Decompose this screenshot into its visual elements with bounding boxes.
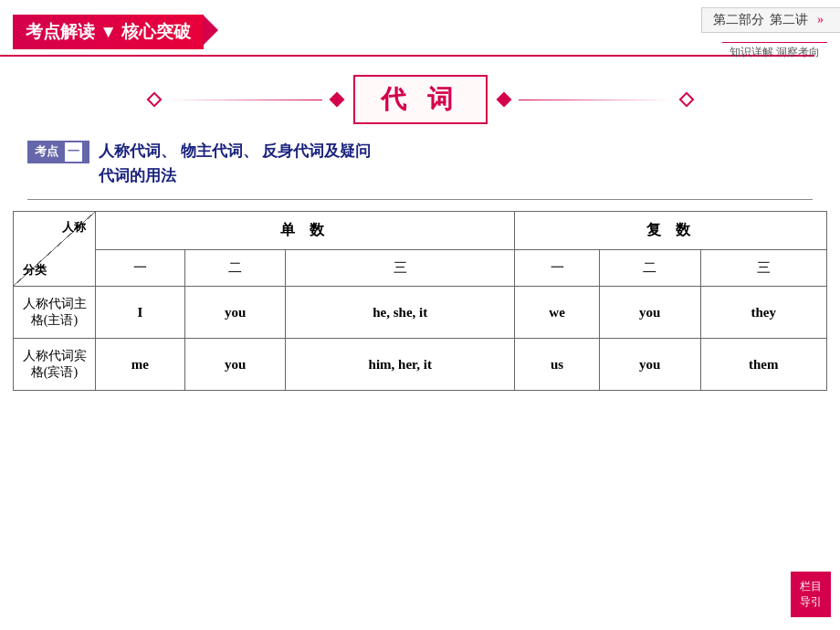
- cell-us: us: [515, 339, 600, 391]
- header-bar: 考点解读 ▼ 核心突破: [13, 15, 204, 49]
- cell-you-s: you: [184, 287, 286, 339]
- sub-header-two: 二: [184, 250, 286, 287]
- cell-you-obj-p: you: [599, 339, 700, 391]
- header-section: 考点解读 ▼ 核心突破 知识详解 洞察考向: [0, 0, 840, 57]
- table-row: 人称代词主 格(主语) I you he, she, it we you the…: [14, 287, 827, 339]
- kaodian-badge: 考点 一: [27, 141, 89, 163]
- cell-you-obj-s: you: [184, 339, 286, 391]
- sub-header-three: 三: [286, 250, 515, 287]
- cell-I: I: [96, 287, 185, 339]
- cell-he-she-it: he, she, it: [286, 287, 515, 339]
- deco-diamond-outline-right: [678, 92, 694, 108]
- row-label-subject: 人称代词主 格(主语): [14, 287, 96, 339]
- row-label-line2: 格(主语): [19, 312, 89, 329]
- main-container: 第二部分 第二讲 » 考点解读 ▼ 核心突破 知识详解 洞察考向 代 词: [0, 0, 840, 630]
- kaodian-line1: 人称代词、 物主代词、 反身代词及疑问: [99, 139, 371, 163]
- nav-line1: 栏目: [800, 579, 822, 594]
- nav-button[interactable]: 栏目 导引: [791, 572, 831, 617]
- kaodian-line2: 代词的用法: [99, 163, 371, 188]
- pronoun-table-container: 人称 分类 单 数 复 数 一 二 三 一 二 三: [13, 211, 827, 391]
- cell-you-p: you: [599, 287, 700, 339]
- singular-header: 单 数: [96, 212, 515, 250]
- kaodian-description: 人称代词、 物主代词、 反身代词及疑问 代词的用法: [99, 139, 371, 188]
- red-divider: [0, 55, 814, 57]
- cell-them: them: [700, 339, 826, 391]
- sub-header-one: 一: [96, 250, 185, 287]
- diagonal-bottom-label: 分类: [23, 262, 47, 278]
- cell-him-her-it: him, her, it: [286, 339, 515, 391]
- sub-header-one2: 一: [515, 250, 600, 287]
- badge-number: 一: [65, 142, 82, 162]
- deco-diamond-left: [329, 92, 344, 108]
- right-sub-label: 知识详解 洞察考向: [722, 42, 827, 62]
- kaodian-section: 考点 一 人称代词、 物主代词、 反身代词及疑问 代词的用法: [0, 139, 840, 188]
- kaodian-divider: [27, 199, 813, 200]
- row-label-obj-line2: 格(宾语): [19, 364, 89, 381]
- header-title: 考点解读 ▼ 核心突破: [26, 22, 191, 41]
- table-row: 人称代词宾 格(宾语) me you him, her, it us you t…: [14, 339, 827, 391]
- kaodian-line: 考点 一 人称代词、 物主代词、 反身代词及疑问 代词的用法: [27, 139, 813, 188]
- deco-diamond-right: [496, 92, 511, 108]
- sub-header-two2: 二: [599, 250, 700, 287]
- deco-diamond-outline-left: [146, 92, 162, 108]
- sub-header-three2: 三: [700, 250, 826, 287]
- cell-they: they: [700, 287, 826, 339]
- pronoun-table: 人称 分类 单 数 复 数 一 二 三 一 二 三: [13, 211, 827, 391]
- row-label-object: 人称代词宾 格(宾语): [14, 339, 96, 391]
- title-area: 代 词: [27, 75, 813, 124]
- nav-line2: 导引: [800, 594, 822, 610]
- main-title-box: 代 词: [353, 75, 488, 124]
- table-sub-header-row: 一 二 三 一 二 三: [14, 250, 827, 287]
- cell-me: me: [96, 339, 185, 391]
- row-label-obj-line1: 人称代词宾: [19, 348, 89, 364]
- cell-we: we: [515, 287, 600, 339]
- plural-header: 复 数: [515, 212, 827, 250]
- row-label-line1: 人称代词主: [19, 296, 89, 312]
- main-title: 代 词: [381, 85, 460, 113]
- diagonal-top-label: 人称: [62, 219, 86, 236]
- table-header-row: 人称 分类 单 数 复 数: [14, 212, 827, 250]
- diagonal-header-cell: 人称 分类: [14, 212, 96, 287]
